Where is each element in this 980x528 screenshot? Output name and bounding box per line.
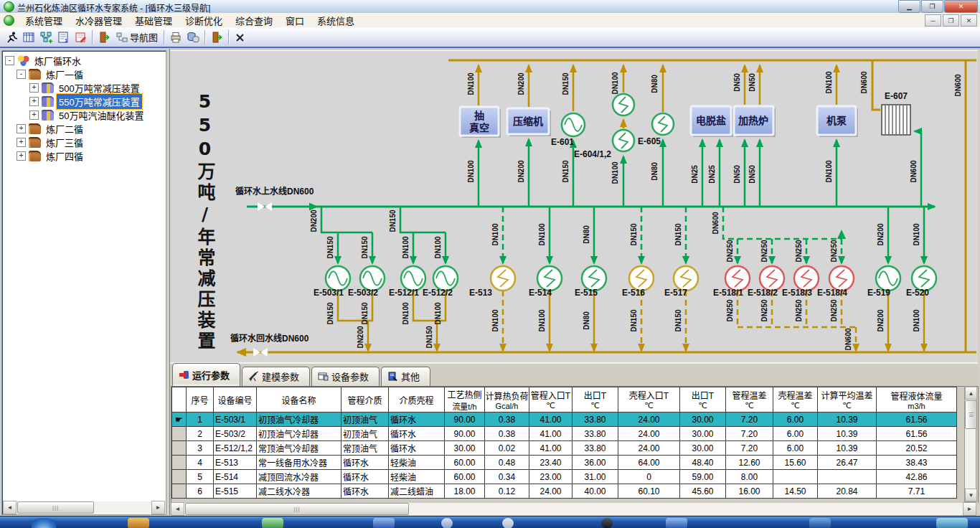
exit-door-button-2[interactable]	[208, 29, 225, 46]
expand-toggle-icon[interactable]: +	[29, 97, 39, 106]
col-header[interactable]: 出口T℃	[680, 387, 726, 412]
table-horizontal-scrollbar[interactable]: ◄ ||| ►	[171, 503, 976, 515]
row-selector[interactable]	[172, 441, 187, 456]
equipment-e607[interactable]: E-607	[882, 91, 910, 135]
scrollbar-thumb[interactable]: |||	[17, 501, 94, 514]
run-button[interactable]	[3, 29, 20, 46]
equipment-e503-1[interactable]	[326, 266, 350, 291]
tree-item-unit-550[interactable]: + 550万吨常减压装置	[3, 95, 165, 108]
equipment-e517[interactable]	[674, 266, 698, 291]
tab-run-parameters[interactable]: 运行参数	[172, 363, 240, 386]
tree-item-circuit3[interactable]: + 炼厂三循	[3, 136, 165, 149]
tree-item-circuit2[interactable]: + 炼厂二循	[3, 122, 165, 136]
col-header[interactable]: 壳程入口T℃	[618, 387, 680, 412]
edit-form-button[interactable]	[72, 29, 89, 46]
row-selector[interactable]: ☛	[172, 412, 187, 427]
nav-map-button[interactable]: 导航图	[113, 29, 161, 46]
equipment-e520[interactable]	[912, 266, 936, 291]
exit-door-button[interactable]	[95, 29, 113, 46]
row-selector[interactable]	[172, 470, 187, 484]
row-selector[interactable]	[172, 484, 187, 499]
equipment-e512-1[interactable]	[401, 266, 425, 291]
unit-box-desalter[interactable]: 电脱盐	[691, 106, 733, 137]
taskbar-icon[interactable]	[502, 518, 514, 528]
tree-item-circuit4[interactable]: + 炼厂四循	[3, 149, 165, 163]
scroll-down-icon[interactable]: ▼	[965, 489, 977, 501]
columns-button[interactable]	[20, 29, 37, 46]
expand-toggle-icon[interactable]: +	[17, 124, 26, 133]
tree-item-circuit1[interactable]: - 炼厂一循	[3, 67, 165, 81]
equipment-e513[interactable]	[491, 266, 515, 291]
scroll-right-icon[interactable]: ►	[963, 502, 976, 516]
taskbar-icon[interactable]	[666, 518, 687, 528]
menu-query[interactable]: 综合查询	[229, 12, 279, 29]
col-header[interactable]: 壳程温差℃	[773, 387, 818, 412]
tree-horizontal-scrollbar[interactable]: ◄ ||| ►	[3, 501, 165, 514]
windows-taskbar[interactable]	[0, 516, 980, 528]
tree-item-root[interactable]: - 炼厂循环水	[3, 54, 165, 67]
tree-item-unit-500[interactable]: + 500万吨常减压装置	[3, 81, 165, 95]
equipment-e518-2[interactable]	[760, 266, 784, 291]
restore-button[interactable]: ❐	[921, 0, 943, 13]
tab-model-parameters[interactable]: 建模参数	[242, 367, 310, 386]
unit-box-compressor[interactable]: 压缩机	[507, 108, 551, 136]
unit-box-pump[interactable]: 机泵	[817, 106, 858, 137]
menu-base-manage[interactable]: 基础管理	[128, 12, 179, 29]
unit-box-furnace[interactable]: 加热炉	[734, 106, 776, 137]
scrollbar-thumb[interactable]: ☰	[965, 400, 977, 429]
unit-box-vacuum[interactable]: 抽 真空	[460, 107, 501, 138]
taskbar-icon[interactable]	[809, 518, 831, 528]
col-header[interactable]: 计算热负荷Gcal/h	[485, 387, 529, 412]
equipment-e604-1[interactable]	[613, 94, 634, 116]
scroll-left-icon[interactable]: ◄	[3, 501, 17, 514]
scrollbar-thumb[interactable]: |||	[185, 503, 409, 515]
col-header[interactable]: 介质壳程	[389, 387, 445, 412]
minimize-button[interactable]: ▁	[898, 0, 920, 13]
menu-window[interactable]: 窗口	[279, 12, 311, 29]
menu-sysinfo[interactable]: 系统信息	[311, 12, 361, 29]
close-button[interactable]: ✕	[944, 0, 978, 13]
document-button[interactable]: 1	[55, 29, 72, 46]
col-header[interactable]: 管程温差℃	[726, 387, 773, 412]
tab-device-parameters[interactable]: 设备参数	[311, 367, 380, 386]
taskbar-icon[interactable]	[441, 518, 453, 528]
col-header[interactable]: 出口T℃	[573, 387, 618, 412]
equipment-e519[interactable]	[876, 266, 900, 291]
col-header[interactable]: 序号	[187, 387, 214, 412]
scroll-left-icon[interactable]: ◄	[171, 502, 184, 516]
nodes-add-button[interactable]	[37, 29, 55, 46]
child-restore-button[interactable]: ❐	[943, 14, 959, 27]
child-minimize-button[interactable]: ─	[925, 14, 941, 27]
equipment-e515[interactable]	[582, 266, 606, 291]
equipment-e604-2[interactable]	[613, 130, 634, 151]
expand-toggle-icon[interactable]: +	[17, 138, 26, 147]
print-button[interactable]	[167, 29, 184, 46]
col-header[interactable]: 管程入口T℃	[529, 387, 573, 412]
col-header[interactable]: 设备名称	[257, 387, 341, 412]
row-selector[interactable]	[172, 456, 187, 470]
table-row[interactable]: 4E-513常一线备用水冷器循环水轻柴油60.000.4823.4036.006…	[172, 456, 957, 470]
table-vertical-scrollbar[interactable]: ▲ ☰ ▼	[964, 386, 976, 502]
table-row[interactable]: 5E-514减顶回流水冷器循环水轻柴油60.000.3423.0031.0005…	[172, 470, 957, 484]
table-row[interactable]: 2E-503/2初顶油气冷却器初顶油气循环水90.000.3841.0033.8…	[172, 427, 957, 441]
menu-cooler-manage[interactable]: 水冷器管理	[69, 12, 128, 29]
equipment-e518-1[interactable]	[725, 266, 750, 291]
table-row[interactable]: ☛1E-503/1初顶油气冷却器初顶油气循环水90.000.3841.0033.…	[172, 412, 957, 427]
scroll-right-icon[interactable]: ►	[151, 501, 165, 514]
close-view-button[interactable]	[232, 29, 249, 46]
expand-toggle-icon[interactable]: -	[17, 70, 26, 79]
col-header[interactable]: 管程液体流量m3/h	[877, 387, 957, 412]
expand-toggle-icon[interactable]: -	[5, 56, 14, 65]
table-row[interactable]: 6E-515减二线水冷器循环水减二线蜡油18.000.1224.0040.006…	[172, 484, 957, 499]
equipment-e516[interactable]	[629, 266, 654, 291]
taskbar-icon[interactable]	[262, 518, 283, 528]
table-row[interactable]: 3E-512/1,2常顶油气冷却器常顶油气循环水30.000.0241.0033…	[172, 441, 957, 456]
row-selector[interactable]	[172, 427, 187, 441]
database-button[interactable]	[184, 29, 202, 46]
taskbar-icon[interactable]	[936, 518, 968, 528]
scroll-up-icon[interactable]: ▲	[965, 387, 977, 400]
taskbar-icon[interactable]	[601, 518, 613, 528]
equipment-e512-2[interactable]	[433, 266, 458, 291]
equipment-e518-4[interactable]	[829, 266, 854, 291]
equipment-e514[interactable]	[537, 266, 562, 291]
